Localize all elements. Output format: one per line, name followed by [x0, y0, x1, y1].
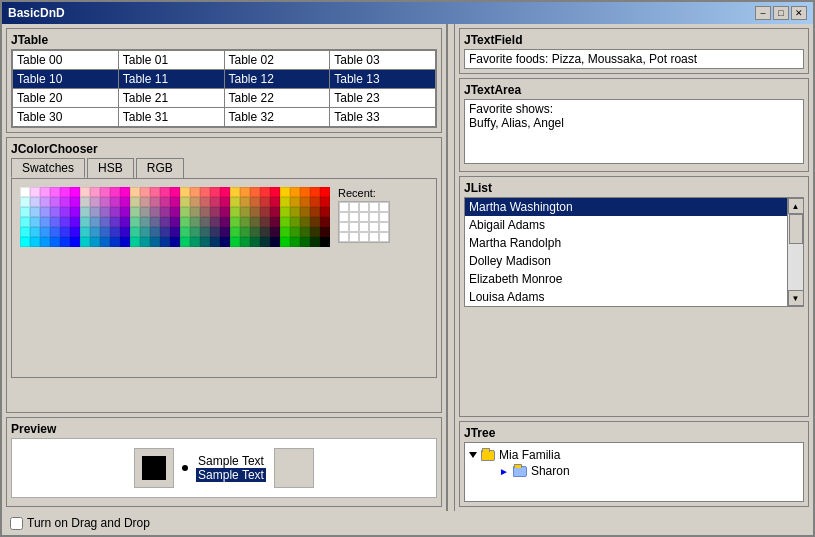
swatch-cell[interactable] — [140, 207, 150, 217]
swatch-cell[interactable] — [180, 197, 190, 207]
swatch-cell[interactable] — [190, 187, 200, 197]
swatch-cell[interactable] — [60, 187, 70, 197]
swatch-cell[interactable] — [40, 187, 50, 197]
swatch-cell[interactable] — [320, 187, 330, 197]
swatch-cell[interactable] — [240, 217, 250, 227]
swatch-cell[interactable] — [90, 197, 100, 207]
swatch-cell[interactable] — [270, 227, 280, 237]
swatch-cell[interactable] — [230, 187, 240, 197]
swatch-cell[interactable] — [90, 187, 100, 197]
swatch-cell[interactable] — [210, 187, 220, 197]
swatch-cell[interactable] — [40, 227, 50, 237]
swatch-cell[interactable] — [160, 207, 170, 217]
swatch-cell[interactable] — [150, 237, 160, 247]
swatch-cell[interactable] — [170, 217, 180, 227]
swatch-cell[interactable] — [40, 237, 50, 247]
jlist-scrollbar[interactable]: ▲ ▼ — [787, 198, 803, 306]
swatch-cell[interactable] — [100, 227, 110, 237]
swatch-cell[interactable] — [160, 187, 170, 197]
swatch-cell[interactable] — [50, 237, 60, 247]
swatch-cell[interactable] — [70, 187, 80, 197]
recent-cell[interactable] — [369, 232, 379, 242]
swatch-cell[interactable] — [120, 187, 130, 197]
swatch-cell[interactable] — [110, 197, 120, 207]
swatch-cell[interactable] — [300, 187, 310, 197]
swatch-cell[interactable] — [20, 197, 30, 207]
recent-cell[interactable] — [379, 212, 389, 222]
recent-cell[interactable] — [379, 202, 389, 212]
swatch-cell[interactable] — [190, 207, 200, 217]
scroll-down-button[interactable]: ▼ — [788, 290, 804, 306]
swatch-cell[interactable] — [140, 217, 150, 227]
table-row[interactable]: Table 30 Table 31 Table 32 Table 33 — [13, 108, 436, 127]
recent-cell[interactable] — [359, 202, 369, 212]
swatch-cell[interactable] — [140, 237, 150, 247]
swatch-cell[interactable] — [310, 187, 320, 197]
swatch-cell[interactable] — [140, 197, 150, 207]
recent-cell[interactable] — [369, 212, 379, 222]
swatch-cell[interactable] — [130, 187, 140, 197]
jlist-item-3[interactable]: Dolley Madison — [465, 252, 787, 270]
swatch-cell[interactable] — [120, 237, 130, 247]
swatch-cell[interactable] — [270, 207, 280, 217]
swatch-cell[interactable] — [270, 187, 280, 197]
swatch-cell[interactable] — [250, 217, 260, 227]
recent-cell[interactable] — [369, 202, 379, 212]
swatch-cell[interactable] — [80, 187, 90, 197]
swatch-cell[interactable] — [300, 217, 310, 227]
swatch-cell[interactable] — [80, 227, 90, 237]
swatch-cell[interactable] — [270, 197, 280, 207]
swatch-cell[interactable] — [120, 227, 130, 237]
tree-item-root[interactable]: Mia Familia — [469, 447, 799, 463]
swatch-cell[interactable] — [150, 187, 160, 197]
swatch-cell[interactable] — [30, 187, 40, 197]
swatch-cell[interactable] — [320, 197, 330, 207]
swatch-cell[interactable] — [280, 227, 290, 237]
swatch-cell[interactable] — [300, 237, 310, 247]
swatch-cell[interactable] — [160, 227, 170, 237]
recent-cell[interactable] — [369, 222, 379, 232]
swatch-cell[interactable] — [240, 227, 250, 237]
swatch-cell[interactable] — [100, 197, 110, 207]
swatch-cell[interactable] — [290, 187, 300, 197]
recent-cell[interactable] — [379, 232, 389, 242]
swatch-cell[interactable] — [100, 187, 110, 197]
swatch-cell[interactable] — [40, 217, 50, 227]
swatch-cell[interactable] — [310, 237, 320, 247]
recent-cell[interactable] — [359, 222, 369, 232]
jlist-item-2[interactable]: Martha Randolph — [465, 234, 787, 252]
swatch-cell[interactable] — [150, 197, 160, 207]
swatch-cell[interactable] — [30, 197, 40, 207]
scroll-track[interactable] — [788, 214, 803, 290]
swatch-cell[interactable] — [100, 207, 110, 217]
swatch-cell[interactable] — [260, 187, 270, 197]
swatch-cell[interactable] — [140, 187, 150, 197]
swatch-cell[interactable] — [200, 217, 210, 227]
swatch-cell[interactable] — [250, 187, 260, 197]
swatch-cell[interactable] — [220, 227, 230, 237]
swatch-cell[interactable] — [210, 227, 220, 237]
swatch-cell[interactable] — [70, 227, 80, 237]
swatch-cell[interactable] — [320, 207, 330, 217]
swatch-cell[interactable] — [230, 227, 240, 237]
swatch-cell[interactable] — [70, 237, 80, 247]
swatch-cell[interactable] — [240, 187, 250, 197]
maximize-button[interactable]: □ — [773, 6, 789, 20]
swatch-cell[interactable] — [60, 207, 70, 217]
swatch-cell[interactable] — [130, 217, 140, 227]
tab-swatches[interactable]: Swatches — [11, 158, 85, 178]
swatch-cell[interactable] — [150, 207, 160, 217]
swatch-cell[interactable] — [190, 197, 200, 207]
swatch-cell[interactable] — [100, 237, 110, 247]
swatch-cell[interactable] — [270, 217, 280, 227]
swatch-cell[interactable] — [130, 227, 140, 237]
recent-cell[interactable] — [349, 222, 359, 232]
swatch-cell[interactable] — [20, 227, 30, 237]
swatch-cell[interactable] — [260, 207, 270, 217]
swatch-cell[interactable] — [110, 207, 120, 217]
swatch-cell[interactable] — [20, 217, 30, 227]
swatch-cell[interactable] — [160, 217, 170, 227]
swatch-cell[interactable] — [30, 237, 40, 247]
swatch-cell[interactable] — [150, 227, 160, 237]
swatch-cell[interactable] — [20, 207, 30, 217]
